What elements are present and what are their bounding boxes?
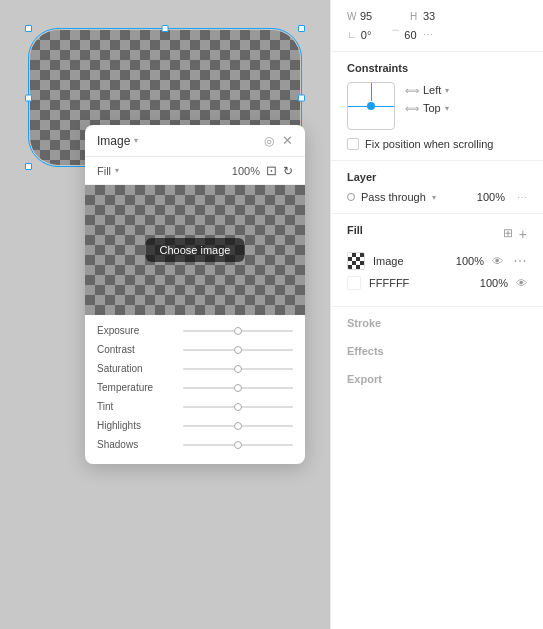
slider-thumb-contrast	[234, 346, 242, 354]
image-fill-label[interactable]: Fill ▾	[97, 165, 119, 177]
fill-section-header: Fill ⊞ +	[347, 224, 527, 244]
blend-mode-label[interactable]: Pass through	[361, 191, 426, 203]
slider-label-highlights: Highlights	[97, 420, 177, 431]
slider-track-exposure[interactable]	[183, 330, 293, 332]
fill-image-eye-icon[interactable]: 👁	[492, 255, 503, 267]
corner-value[interactable]: 60	[404, 29, 416, 41]
layer-title: Layer	[347, 171, 527, 183]
layer-more-icon[interactable]: ⋯	[517, 192, 527, 203]
w-label: W	[347, 11, 357, 22]
fix-position-row: Fix position when scrolling	[347, 138, 527, 150]
fill-color-hex[interactable]: FFFFFF	[369, 277, 409, 289]
slider-row-saturation: Saturation	[97, 359, 293, 378]
rotation-row: ∟ 0° ⌒ 60 ⋯	[347, 28, 527, 41]
slider-label-exposure: Exposure	[97, 325, 177, 336]
image-title-chevron: ▾	[134, 136, 138, 145]
slider-thumb-tint	[234, 403, 242, 411]
slider-label-tint: Tint	[97, 401, 177, 412]
slider-thumb-shadows	[234, 441, 242, 449]
layer-opacity-value[interactable]: 100%	[477, 191, 505, 203]
effects-label: Effects	[331, 335, 543, 363]
blend-dot	[347, 193, 355, 201]
fill-item-color: FFFFFF 100% 👁	[347, 276, 527, 290]
h-label: H	[410, 11, 420, 22]
w-value[interactable]: 95	[360, 10, 390, 22]
image-panel: Image ▾ ◎ ✕ Fill ▾ 100% ⊡ ↻ Choose image	[85, 125, 305, 464]
fill-image-type[interactable]: Image	[373, 255, 404, 267]
constraint-left-label: Left	[423, 84, 441, 96]
fill-color-opacity[interactable]: 100%	[480, 277, 508, 289]
fill-chevron: ▾	[115, 166, 119, 175]
slider-row-temperature: Temperature	[97, 378, 293, 397]
slider-track-highlights[interactable]	[183, 425, 293, 427]
fill-label-text: Fill	[97, 165, 111, 177]
canvas-area: Image ▾ ◎ ✕ Fill ▾ 100% ⊡ ↻ Choose image	[0, 0, 330, 629]
fill-image-more-icon[interactable]: ⋯	[513, 253, 527, 269]
slider-row-tint: Tint	[97, 397, 293, 416]
slider-label-temperature: Temperature	[97, 382, 177, 393]
height-group: H 33	[410, 10, 453, 22]
fill-image-icon	[347, 252, 365, 270]
handle-bl[interactable]	[25, 163, 32, 170]
handle-ml[interactable]	[25, 94, 32, 101]
fill-opacity-area: 100% ⊡ ↻	[232, 163, 293, 178]
h-value[interactable]: 33	[423, 10, 453, 22]
constraints-title: Constraints	[347, 62, 527, 74]
slider-thumb-exposure	[234, 327, 242, 335]
fix-position-checkbox[interactable]	[347, 138, 359, 150]
checkerboard-preview[interactable]: Choose image	[85, 185, 305, 315]
crop-icon[interactable]: ⊡	[266, 163, 277, 178]
fill-add-icons: ⊞ +	[503, 227, 527, 241]
constraint-left-item[interactable]: ⟺ Left ▾	[405, 84, 449, 96]
image-panel-controls: ◎ ✕	[264, 133, 293, 148]
constraints-box[interactable]	[347, 82, 395, 130]
slider-thumb-saturation	[234, 365, 242, 373]
fill-image-opacity[interactable]: 100%	[456, 255, 484, 267]
fill-color-swatch[interactable]	[347, 276, 361, 290]
image-panel-title-group[interactable]: Image ▾	[97, 134, 138, 148]
handle-tl[interactable]	[25, 25, 32, 32]
angle-group: ∟ 0°	[347, 29, 371, 41]
handle-mr[interactable]	[298, 94, 305, 101]
rotate-icon[interactable]: ↻	[283, 164, 293, 178]
dimensions-section: W 95 H 33 ∟ 0° ⌒ 60 ⋯	[331, 0, 543, 52]
fix-position-label: Fix position when scrolling	[365, 138, 493, 150]
target-icon[interactable]: ◎	[264, 134, 274, 148]
constraints-area: ⟺ Left ▾ ⟺ Top ▾	[347, 82, 527, 130]
constraint-top-chevron: ▾	[445, 104, 449, 113]
image-fill-row: Fill ▾ 100% ⊡ ↻	[85, 157, 305, 185]
right-panel: W 95 H 33 ∟ 0° ⌒ 60 ⋯ Constraints	[330, 0, 543, 629]
constraint-top-item[interactable]: ⟺ Top ▾	[405, 102, 449, 114]
slider-row-shadows: Shadows	[97, 435, 293, 454]
fill-opacity-value: 100%	[232, 165, 260, 177]
slider-track-temperature[interactable]	[183, 387, 293, 389]
constraints-section: Constraints ⟺ Left ▾ ⟺ Top ▾	[331, 52, 543, 161]
constraint-v-icon: ⟺	[405, 103, 419, 114]
blend-mode-chevron: ▾	[432, 193, 436, 202]
handle-tm[interactable]	[162, 25, 169, 32]
slider-row-exposure: Exposure	[97, 321, 293, 340]
slider-track-saturation[interactable]	[183, 368, 293, 370]
choose-image-button[interactable]: Choose image	[146, 238, 245, 262]
slider-list: Exposure Contrast Saturation Temperature	[85, 315, 305, 464]
image-panel-header: Image ▾ ◎ ✕	[85, 125, 305, 157]
slider-thumb-highlights	[234, 422, 242, 430]
slider-track-shadows[interactable]	[183, 444, 293, 446]
handle-tr[interactable]	[298, 25, 305, 32]
grid-icon[interactable]: ⊞	[503, 227, 513, 241]
plus-icon[interactable]: +	[519, 227, 527, 241]
layer-row: Pass through ▾ 100% ⋯	[347, 191, 527, 203]
width-group: W 95	[347, 10, 390, 22]
slider-label-contrast: Contrast	[97, 344, 177, 355]
fill-section: Fill ⊞ + Image 100% 👁 ⋯ FFFFFF 100% 👁	[331, 214, 543, 307]
fill-color-eye-icon[interactable]: 👁	[516, 277, 527, 289]
slider-track-tint[interactable]	[183, 406, 293, 408]
slider-row-highlights: Highlights	[97, 416, 293, 435]
angle-value[interactable]: 0°	[361, 29, 372, 41]
corner-more-icon[interactable]: ⋯	[423, 29, 433, 40]
constraint-h-line	[348, 106, 394, 107]
image-panel-title-label: Image	[97, 134, 130, 148]
close-icon[interactable]: ✕	[282, 133, 293, 148]
slider-track-contrast[interactable]	[183, 349, 293, 351]
layer-section: Layer Pass through ▾ 100% ⋯	[331, 161, 543, 214]
